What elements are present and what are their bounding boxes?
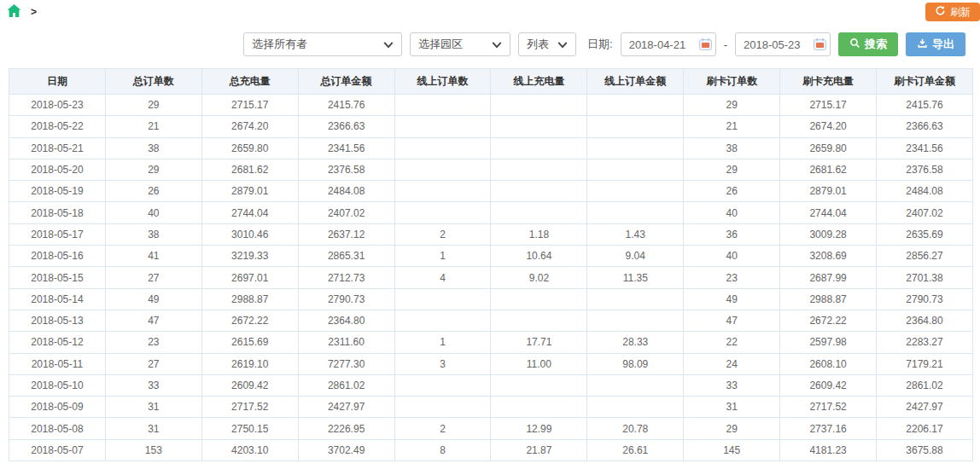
- table-cell: 20.78: [587, 418, 684, 439]
- table-cell: 2681.62: [780, 159, 877, 180]
- table-cell: 2659.80: [201, 137, 298, 159]
- table-cell: 24: [684, 353, 780, 374]
- table-cell: 2226.95: [298, 418, 394, 439]
- table-cell: [587, 95, 684, 116]
- table-cell: 29: [105, 95, 201, 116]
- home-button[interactable]: [5, 3, 22, 20]
- table-cell: 40: [684, 246, 780, 267]
- column-header: 总充电量: [201, 69, 298, 95]
- table-cell: [587, 159, 684, 180]
- table-row: 2018-05-17383010.462637.1221.181.4336300…: [9, 223, 973, 245]
- table-cell: [587, 202, 684, 223]
- table-cell: 2018-05-10: [9, 374, 106, 396]
- table-cell: 3010.46: [201, 223, 298, 245]
- table-cell: [394, 374, 491, 396]
- table-cell: 2364.80: [877, 310, 973, 331]
- table-cell: 3702.49: [298, 439, 394, 461]
- table-cell: [587, 374, 684, 396]
- date-end-field: [735, 32, 831, 56]
- view-select-value: 列表: [527, 37, 549, 52]
- table-cell: 2484.08: [298, 181, 394, 202]
- table-cell: 2018-05-22: [9, 116, 106, 137]
- table-cell: 2018-05-21: [9, 137, 106, 159]
- column-header: 日期: [9, 69, 106, 95]
- table-cell: 36: [684, 223, 780, 245]
- table-cell: 2311.60: [298, 332, 394, 353]
- export-button[interactable]: 导出: [906, 32, 965, 56]
- table-cell: 2659.80: [780, 137, 877, 159]
- table-cell: 3219.33: [201, 246, 298, 267]
- search-button[interactable]: 搜索: [838, 32, 898, 56]
- table-cell: 2790.73: [877, 288, 973, 310]
- breadcrumb: >: [31, 6, 37, 18]
- table-cell: 9.04: [587, 246, 684, 267]
- table-cell: 2: [394, 223, 491, 245]
- table-cell: 11.35: [587, 267, 684, 288]
- chevron-down-icon: [557, 38, 568, 51]
- table-cell: 23: [684, 267, 780, 288]
- calendar-icon[interactable]: [699, 38, 712, 50]
- table-cell: 2701.38: [877, 267, 973, 288]
- table-cell: 31: [684, 397, 780, 418]
- table-cell: 47: [105, 310, 201, 331]
- table-cell: 4203.10: [201, 439, 298, 461]
- table-cell: 26: [105, 181, 201, 202]
- table-cell: [587, 288, 684, 310]
- column-header: 总订单数: [105, 69, 201, 95]
- table-cell: 2407.02: [298, 202, 394, 223]
- date-separator: -: [724, 38, 727, 51]
- table-cell: 33: [684, 374, 780, 396]
- table-cell: 2018-05-14: [9, 288, 106, 310]
- table-row: 2018-05-09312717.522427.97312717.522427.…: [9, 397, 973, 418]
- table-cell: 40: [105, 202, 201, 223]
- table-cell: 1.18: [491, 223, 587, 245]
- date-range-label: 日期:: [587, 37, 613, 52]
- refresh-button[interactable]: 刷新: [925, 3, 980, 21]
- table-cell: [394, 137, 491, 159]
- table-cell: 29: [684, 418, 780, 439]
- column-header: 总订单金额: [298, 69, 394, 95]
- table-cell: [394, 310, 491, 331]
- table-cell: 27: [105, 353, 201, 374]
- table-cell: 2018-05-12: [9, 332, 106, 353]
- table-cell: 2672.22: [780, 310, 877, 331]
- table-cell: 2341.56: [877, 137, 973, 159]
- table-cell: 29: [105, 159, 201, 180]
- park-select[interactable]: 选择园区: [410, 32, 510, 56]
- table-row: 2018-05-12232615.692311.60117.7128.33222…: [9, 332, 973, 353]
- table-cell: [491, 310, 587, 331]
- column-header: 刷卡充电量: [780, 69, 877, 95]
- table-cell: 17.71: [491, 332, 587, 353]
- calendar-icon[interactable]: [814, 38, 826, 50]
- table-cell: 2687.99: [780, 267, 877, 288]
- table-cell: [394, 181, 491, 202]
- table-cell: [394, 288, 491, 310]
- owner-select[interactable]: 选择所有者: [243, 32, 402, 56]
- owner-select-value: 选择所有者: [252, 37, 307, 52]
- table-cell: 11.00: [491, 353, 587, 374]
- table-cell: 2717.52: [780, 397, 877, 418]
- table-row: 2018-05-08312750.152226.95212.9920.78292…: [9, 418, 973, 439]
- orders-table: 日期总订单数总充电量总订单金额线上订单数线上充电量线上订单金额刷卡订单数刷卡充电…: [9, 68, 973, 461]
- table-cell: 2376.58: [298, 159, 394, 180]
- table-cell: 49: [684, 288, 780, 310]
- table-cell: 4181.23: [780, 439, 877, 461]
- table-row: 2018-05-11272619.107277.30311.0098.09242…: [9, 353, 973, 374]
- table-cell: 2879.01: [201, 181, 298, 202]
- column-header: 线上订单金额: [587, 69, 684, 95]
- date-start-field: [621, 32, 716, 56]
- table-cell: [491, 137, 587, 159]
- view-select[interactable]: 列表: [518, 32, 576, 56]
- table-cell: 2635.69: [877, 223, 973, 245]
- table-cell: 2018-05-15: [9, 267, 106, 288]
- table-cell: 2: [394, 418, 491, 439]
- table-cell: 2674.20: [780, 116, 877, 137]
- column-header: 刷卡订单金额: [877, 69, 973, 95]
- table-row: 2018-05-19262879.012484.08262879.012484.…: [9, 181, 973, 202]
- table-cell: 1: [394, 332, 491, 353]
- table-cell: 3675.88: [877, 439, 973, 461]
- table-cell: [491, 116, 587, 137]
- table-cell: 2376.58: [877, 159, 973, 180]
- table-cell: 23: [105, 332, 201, 353]
- table-cell: [587, 181, 684, 202]
